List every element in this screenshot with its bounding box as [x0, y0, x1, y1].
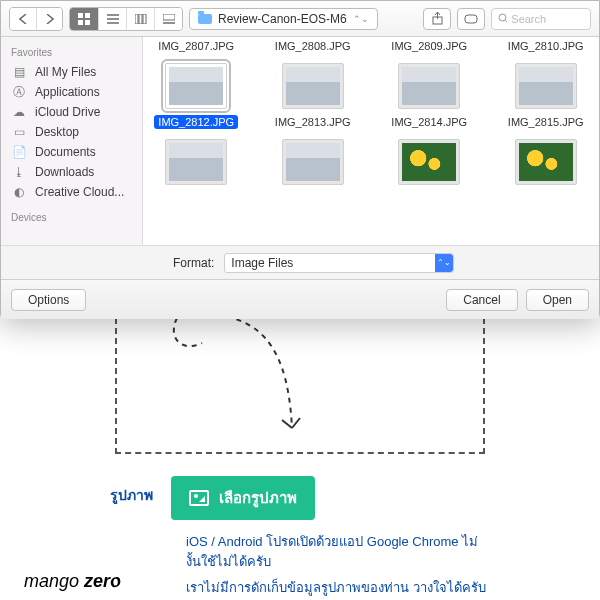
sidebar: Favorites ▤All My Files ⒶApplications ☁i…: [1, 37, 143, 245]
brand-logo: mango zero: [24, 571, 121, 592]
sidebar-item-applications[interactable]: ⒶApplications: [1, 82, 142, 102]
view-columns-button[interactable]: [126, 8, 154, 30]
toolbar: Review-Canon-EOS-M6 ⌃⌄: [1, 1, 599, 37]
file-item[interactable]: [270, 129, 357, 191]
upload-dropzone[interactable]: [115, 318, 485, 454]
sidebar-item-label: All My Files: [35, 65, 96, 79]
svg-rect-1: [85, 13, 90, 18]
creative-cloud-icon: ◐: [11, 185, 27, 199]
select-image-button-label: เลือกรูปภาพ: [219, 486, 297, 510]
file-name: IMG_2810.JPG: [504, 39, 588, 53]
file-item[interactable]: [503, 129, 590, 191]
file-item[interactable]: IMG_2815.JPG: [503, 53, 590, 129]
view-icons-button[interactable]: [70, 8, 98, 30]
file-item[interactable]: IMG_2809.JPG: [386, 37, 473, 53]
tag-icon: [464, 14, 478, 24]
columns-icon: [135, 14, 147, 24]
file-name: IMG_2808.JPG: [271, 39, 355, 53]
cancel-button[interactable]: Cancel: [446, 289, 517, 311]
file-name: IMG_2807.JPG: [154, 39, 238, 53]
format-value: Image Files: [231, 256, 293, 270]
desktop-icon: ▭: [11, 125, 27, 139]
svg-rect-9: [143, 14, 146, 24]
file-name: IMG_2813.JPG: [271, 115, 355, 129]
file-item[interactable]: IMG_2814.JPG: [386, 53, 473, 129]
nav-forward-button[interactable]: [36, 8, 62, 30]
svg-line-16: [506, 21, 508, 24]
svg-rect-14: [465, 15, 477, 23]
chevron-left-icon: [19, 14, 28, 24]
nav-back-button[interactable]: [10, 8, 36, 30]
file-item-selected[interactable]: IMG_2812.JPG: [153, 53, 240, 129]
file-item[interactable]: IMG_2810.JPG: [503, 37, 590, 53]
file-grid: IMG_2807.JPG IMG_2808.JPG IMG_2809.JPG I…: [143, 37, 599, 245]
arrow-illustration: [157, 308, 357, 458]
sidebar-item-label: Documents: [35, 145, 96, 159]
sidebar-item-icloud[interactable]: ☁iCloud Drive: [1, 102, 142, 122]
gallery-icon: [163, 14, 175, 24]
image-icon: [189, 490, 209, 506]
all-files-icon: ▤: [11, 65, 27, 79]
folder-dropdown[interactable]: Review-Canon-EOS-M6 ⌃⌄: [189, 8, 378, 30]
file-picker-dialog: Review-Canon-EOS-M6 ⌃⌄ Favorites ▤All My…: [0, 0, 600, 318]
sidebar-heading-favorites: Favorites: [1, 43, 142, 62]
sidebar-item-label: Desktop: [35, 125, 79, 139]
sidebar-item-all-files[interactable]: ▤All My Files: [1, 62, 142, 82]
apps-icon: Ⓐ: [11, 85, 27, 99]
format-label: Format:: [173, 256, 214, 270]
sidebar-item-label: Creative Cloud...: [35, 185, 124, 199]
select-image-button[interactable]: เลือกรูปภาพ: [171, 476, 315, 520]
upload-hint-2: เราไม่มีการดักเก็บข้อมูลรูปภาพของท่าน วา…: [186, 577, 490, 600]
sidebar-item-label: iCloud Drive: [35, 105, 100, 119]
format-bar: Format: Image Files ⌃⌄: [1, 245, 599, 279]
sidebar-item-creative-cloud[interactable]: ◐Creative Cloud...: [1, 182, 142, 202]
format-select[interactable]: Image Files ⌃⌄: [224, 253, 454, 273]
svg-rect-10: [163, 14, 175, 20]
file-name: IMG_2815.JPG: [504, 115, 588, 129]
dialog-footer: Options Cancel Open: [1, 279, 599, 319]
svg-rect-2: [78, 20, 83, 25]
folder-name: Review-Canon-EOS-M6: [218, 12, 347, 26]
sidebar-item-documents[interactable]: 📄Documents: [1, 142, 142, 162]
grid-icon: [78, 13, 90, 25]
file-name: IMG_2812.JPG: [154, 115, 238, 129]
upload-label: รูปภาพ: [110, 484, 153, 506]
svg-rect-8: [139, 14, 142, 24]
svg-rect-3: [85, 20, 90, 25]
search-icon: [498, 13, 507, 24]
sidebar-item-desktop[interactable]: ▭Desktop: [1, 122, 142, 142]
view-list-button[interactable]: [98, 8, 126, 30]
file-name: IMG_2809.JPG: [387, 39, 471, 53]
view-gallery-button[interactable]: [154, 8, 182, 30]
list-icon: [107, 14, 119, 24]
folder-icon: [198, 14, 212, 24]
chevron-updown-icon: ⌃⌄: [353, 14, 369, 24]
sidebar-item-label: Downloads: [35, 165, 94, 179]
upload-hint-1: iOS / Android โปรดเปิดด้วยแอป Google Chr…: [186, 532, 490, 571]
open-button[interactable]: Open: [526, 289, 589, 311]
file-item[interactable]: IMG_2813.JPG: [270, 53, 357, 129]
tags-button[interactable]: [457, 8, 485, 30]
search-field[interactable]: [491, 8, 591, 30]
file-item[interactable]: [153, 129, 240, 191]
chevron-updown-icon: ⌃⌄: [435, 254, 453, 272]
chevron-right-icon: [45, 14, 54, 24]
svg-rect-7: [135, 14, 138, 24]
svg-point-15: [499, 14, 506, 21]
sidebar-item-label: Applications: [35, 85, 100, 99]
documents-icon: 📄: [11, 145, 27, 159]
file-item[interactable]: IMG_2808.JPG: [270, 37, 357, 53]
svg-rect-0: [78, 13, 83, 18]
options-button[interactable]: Options: [11, 289, 86, 311]
share-button[interactable]: [423, 8, 451, 30]
sidebar-item-downloads[interactable]: ⭳Downloads: [1, 162, 142, 182]
sidebar-heading-devices: Devices: [1, 208, 142, 227]
file-item[interactable]: IMG_2807.JPG: [153, 37, 240, 53]
icloud-icon: ☁: [11, 105, 27, 119]
file-item[interactable]: [386, 129, 473, 191]
downloads-icon: ⭳: [11, 165, 27, 179]
share-icon: [432, 12, 443, 25]
search-input[interactable]: [511, 13, 584, 25]
file-name: IMG_2814.JPG: [387, 115, 471, 129]
